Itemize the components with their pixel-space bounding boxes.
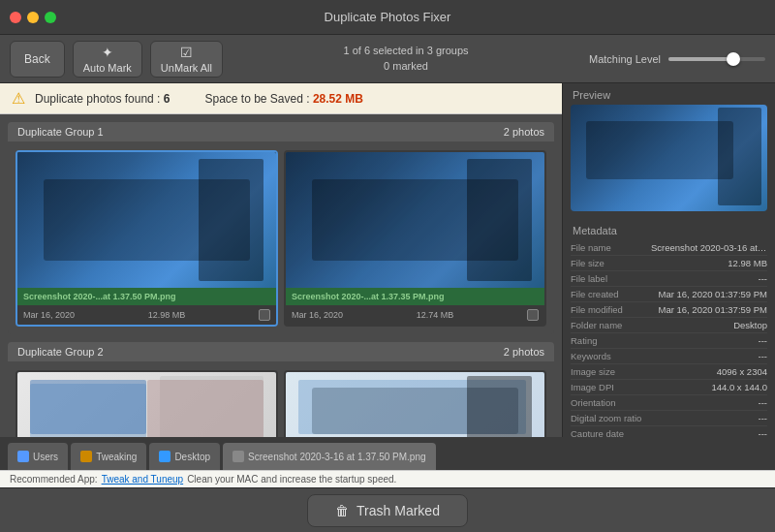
meta-keywords: Keywords ---: [571, 349, 767, 364]
tab-users[interactable]: Users: [8, 443, 68, 470]
back-button[interactable]: Back: [10, 41, 65, 78]
unmark-icon: ☑: [180, 45, 193, 60]
fullscreen-button[interactable]: [45, 12, 56, 23]
photo-info-1-1: Screenshot 2020-...at 1.37.50 PM.png: [17, 288, 276, 305]
warning-icon: ⚠: [12, 89, 25, 108]
photo-checkbox-1-1[interactable]: [259, 309, 270, 321]
bottom-tabs-row: Users Tweaking Desktop Screenshot 2020-3…: [0, 437, 775, 470]
photo-thumb-2-2: [286, 372, 544, 437]
main-content: ⚠ Duplicate photos found : 6 Space to be…: [0, 83, 775, 437]
window-title: Duplicate Photos Fixer: [325, 10, 451, 24]
meta-filecreated: File created Mar 16, 2020 01:37:59 PM: [571, 287, 767, 302]
bottom-bar: Users Tweaking Desktop Screenshot 2020-3…: [0, 437, 775, 532]
slider-thumb[interactable]: [727, 52, 740, 66]
meta-rating: Rating ---: [571, 333, 767, 349]
photo-thumb-2-1: [17, 372, 276, 437]
meta-filesize: File size 12.98 MB: [571, 256, 767, 271]
photo-info-1-2: Screenshot 2020-...at 1.37.35 PM.png: [286, 288, 544, 305]
photo-card-2-2[interactable]: System Cleaner: [284, 370, 546, 437]
desktop-icon: [159, 451, 170, 462]
tab-desktop[interactable]: Desktop: [149, 443, 220, 470]
left-panel: ⚠ Duplicate photos found : 6 Space to be…: [0, 83, 562, 437]
meta-filelabel: File label ---: [571, 271, 767, 287]
group-1-header: Duplicate Group 1 2 photos: [8, 122, 554, 141]
toolbar: Back ✦ Auto Mark ☑ UnMark All 1 of 6 sel…: [0, 35, 775, 83]
action-row: 🗑 Trash Marked: [0, 487, 775, 532]
photo-card-1-1[interactable]: Screenshot 2020-...at 1.37.50 PM.png Mar…: [16, 150, 278, 327]
group-1-body: Screenshot 2020-...at 1.37.50 PM.png Mar…: [8, 142, 554, 334]
scroll-area[interactable]: Duplicate Group 1 2 photos Screenshot 20…: [0, 114, 562, 437]
meta-filename: File name Screenshot 2020-03-16 at 1...: [571, 240, 767, 256]
matching-level-slider[interactable]: [668, 57, 765, 61]
preview-image: [571, 105, 767, 211]
space-label: Space to be Saved : 28.52 MB: [204, 92, 362, 106]
unmark-all-button[interactable]: ☑ UnMark All: [150, 41, 223, 78]
right-panel: Preview Metadata File name Screenshot 20…: [562, 83, 775, 437]
photo-meta-1-2: Mar 16, 2020 12.74 MB: [286, 305, 544, 325]
screenshot-icon: [232, 451, 244, 462]
tab-tweaking[interactable]: Tweaking: [71, 443, 146, 470]
meta-imagedpi: Image DPI 144.0 x 144.0: [571, 380, 767, 395]
meta-filemodified: File modified Mar 16, 2020 01:37:59 PM: [571, 302, 767, 318]
selection-info: 1 of 6 selected in 3 groups 0 marked: [231, 44, 581, 74]
meta-imagesize: Image size 4096 x 2304: [571, 364, 767, 380]
photo-thumb-1-2: [286, 152, 544, 288]
photo-meta-1-1: Mar 16, 2020 12.98 MB: [17, 305, 276, 325]
preview-area: [571, 105, 767, 211]
photo-card-1-2[interactable]: Screenshot 2020-...at 1.37.35 PM.png Mar…: [284, 150, 546, 327]
meta-digitalzoom: Digital zoom ratio ---: [571, 411, 767, 426]
recommended-row: Recommended App: Tweak and Tuneup Clean …: [0, 470, 775, 487]
title-bar: Duplicate Photos Fixer: [0, 0, 775, 35]
meta-foldername: Folder name Desktop: [571, 318, 767, 333]
preview-title: Preview: [563, 83, 775, 105]
photo-card-2-1[interactable]: Logo Cleaner: [16, 370, 278, 437]
meta-orientation: Orientation ---: [571, 395, 767, 411]
tweaking-icon: [80, 451, 92, 462]
auto-mark-button[interactable]: ✦ Auto Mark: [73, 41, 142, 78]
info-bar: ⚠ Duplicate photos found : 6 Space to be…: [0, 83, 562, 114]
duplicate-label: Duplicate photos found : 6: [35, 92, 170, 106]
photo-checkbox-1-2[interactable]: [527, 309, 539, 321]
tab-screenshot[interactable]: Screenshot 2020-3-16 at 1.37.50 PM.png: [223, 443, 435, 470]
trash-marked-button[interactable]: 🗑 Trash Marked: [307, 494, 468, 527]
close-button[interactable]: [10, 12, 21, 23]
traffic-lights: [10, 12, 56, 23]
recommended-app-link[interactable]: Tweak and Tuneup: [102, 474, 184, 485]
auto-mark-icon: ✦: [102, 45, 113, 60]
matching-level-container: Matching Level: [589, 53, 765, 65]
photo-thumb-1-1: [17, 152, 276, 288]
metadata-section: File name Screenshot 2020-03-16 at 1... …: [563, 240, 775, 437]
metadata-title: Metadata: [563, 219, 775, 240]
meta-capturedate: Capture date ---: [571, 426, 767, 437]
minimize-button[interactable]: [27, 12, 39, 23]
group-2-header: Duplicate Group 2 2 photos: [8, 342, 554, 361]
trash-icon: 🗑: [335, 503, 349, 518]
group-2-body: Logo Cleaner System Cleaner: [8, 362, 554, 437]
users-icon: [17, 451, 29, 462]
